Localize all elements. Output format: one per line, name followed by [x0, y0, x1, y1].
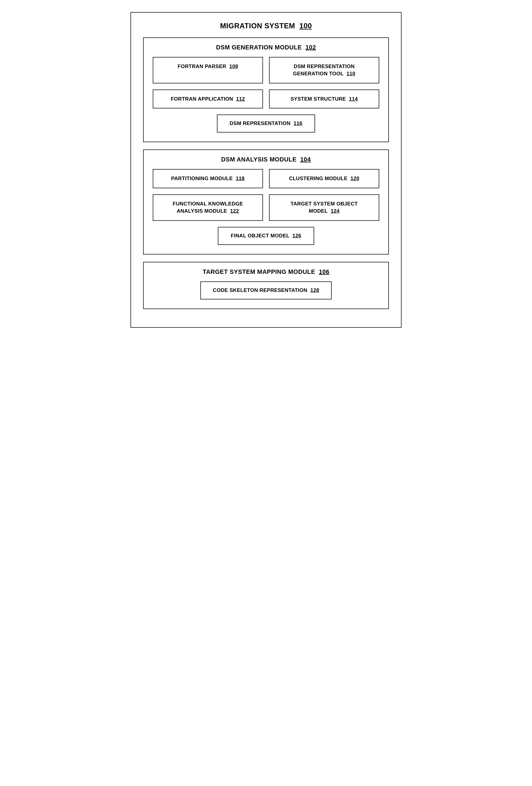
- dsm-analysis-bottom-row: FUNCTIONAL KNOWLEDGE ANALYSIS MODULE 122…: [153, 194, 379, 221]
- migration-system-label: MIGRATION SYSTEM: [220, 22, 295, 30]
- dsm-generation-module-title: DSM GENERATION MODULE 102: [153, 44, 379, 51]
- dsm-representation-ref: 116: [294, 120, 302, 126]
- dsm-representation-wrapper: DSM REPRESENTATION 116: [153, 114, 379, 133]
- target-system-mapping-label: TARGET SYSTEM MAPPING MODULE: [203, 269, 316, 275]
- final-object-model-box: FINAL OBJECT MODEL 126: [218, 227, 314, 245]
- system-structure-ref: 114: [349, 96, 358, 102]
- migration-system-box: MIGRATION SYSTEM 100 DSM GENERATION MODU…: [131, 12, 401, 328]
- migration-system-ref: 100: [299, 22, 312, 30]
- target-system-object-model-ref: 124: [331, 208, 340, 214]
- dsm-generation-module-box: DSM GENERATION MODULE 102 FORTRAN PARSER…: [143, 37, 389, 142]
- target-system-object-model-label: TARGET SYSTEM OBJECT MODEL: [291, 201, 358, 214]
- partitioning-module-label: PARTITIONING MODULE: [171, 176, 233, 181]
- dsm-analysis-module-title: DSM ANALYSIS MODULE 104: [153, 156, 379, 163]
- code-skeleton-ref: 128: [310, 287, 319, 293]
- dsm-generation-ref: 102: [305, 44, 316, 51]
- final-object-model-ref: 126: [293, 233, 301, 238]
- dsm-analysis-ref: 104: [300, 156, 311, 163]
- fortran-application-label: FORTRAN APPLICATION: [171, 96, 233, 102]
- target-system-mapping-module-box: TARGET SYSTEM MAPPING MODULE 106 CODE SK…: [143, 262, 389, 309]
- dsm-generation-label: DSM GENERATION MODULE: [216, 44, 302, 51]
- dsm-representation-generation-tool-box: DSM REPRESENTATION GENERATION TOOL 110: [269, 57, 379, 84]
- partitioning-module-ref: 118: [236, 176, 245, 181]
- dsm-gen-bottom-row: FORTRAN APPLICATION 112 SYSTEM STRUCTURE…: [153, 90, 379, 109]
- dsm-analysis-label: DSM ANALYSIS MODULE: [221, 156, 296, 163]
- target-system-object-model-box: TARGET SYSTEM OBJECT MODEL 124: [269, 194, 379, 221]
- final-object-model-label: FINAL OBJECT MODEL: [231, 233, 290, 238]
- dsm-representation-box: DSM REPRESENTATION 116: [217, 114, 315, 133]
- system-structure-label: SYSTEM STRUCTURE: [291, 96, 346, 102]
- target-system-mapping-module-title: TARGET SYSTEM MAPPING MODULE 106: [153, 269, 379, 275]
- code-skeleton-label: CODE SKELETON REPRESENTATION: [213, 287, 307, 293]
- dsm-analysis-top-row: PARTITIONING MODULE 118 CLUSTERING MODUL…: [153, 169, 379, 188]
- migration-system-title: MIGRATION SYSTEM 100: [143, 22, 389, 30]
- clustering-module-box: CLUSTERING MODULE 120: [269, 169, 379, 188]
- fortran-parser-box: FORTRAN PARSER 108: [153, 57, 263, 84]
- dsm-rep-gen-tool-ref: 110: [346, 71, 355, 76]
- functional-knowledge-ref: 122: [230, 208, 239, 214]
- clustering-module-label: CLUSTERING MODULE: [289, 176, 347, 181]
- final-object-model-wrapper: FINAL OBJECT MODEL 126: [153, 227, 379, 245]
- dsm-gen-top-row: FORTRAN PARSER 108 DSM REPRESENTATION GE…: [153, 57, 379, 84]
- fortran-application-ref: 112: [236, 96, 245, 102]
- clustering-module-ref: 120: [350, 176, 359, 181]
- target-system-mapping-ref: 106: [319, 269, 329, 275]
- code-skeleton-representation-box: CODE SKELETON REPRESENTATION 128: [200, 281, 332, 299]
- fortran-parser-ref: 108: [229, 64, 238, 69]
- code-skeleton-wrapper: CODE SKELETON REPRESENTATION 128: [153, 281, 379, 299]
- system-structure-box: SYSTEM STRUCTURE 114: [269, 90, 379, 109]
- partitioning-module-box: PARTITIONING MODULE 118: [153, 169, 263, 188]
- fortran-parser-label: FORTRAN PARSER: [178, 64, 227, 69]
- dsm-analysis-module-box: DSM ANALYSIS MODULE 104 PARTITIONING MOD…: [143, 149, 389, 254]
- functional-knowledge-analysis-module-box: FUNCTIONAL KNOWLEDGE ANALYSIS MODULE 122: [153, 194, 263, 221]
- dsm-rep-gen-tool-label: DSM REPRESENTATION GENERATION TOOL: [293, 64, 354, 76]
- dsm-representation-label: DSM REPRESENTATION: [230, 120, 291, 126]
- page-container: MIGRATION SYSTEM 100 DSM GENERATION MODU…: [131, 12, 401, 328]
- fortran-application-box: FORTRAN APPLICATION 112: [153, 90, 263, 109]
